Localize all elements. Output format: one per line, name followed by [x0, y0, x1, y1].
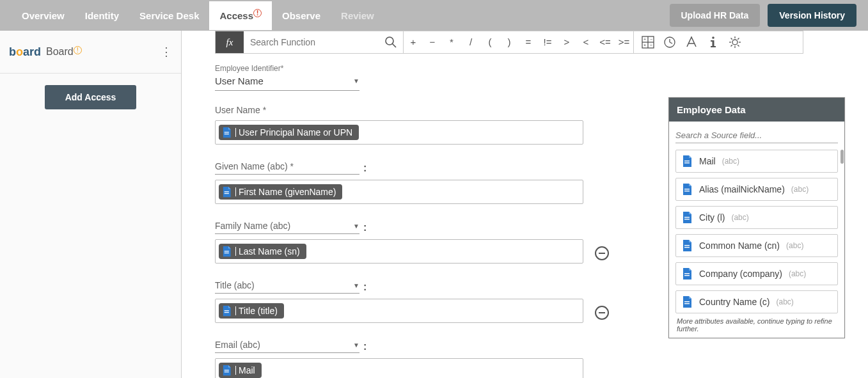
svg-line-24: [731, 38, 732, 40]
version-history-button[interactable]: Version History: [768, 4, 856, 27]
op-eq[interactable]: =: [519, 31, 538, 54]
svg-rect-18: [711, 46, 716, 47]
source-field-type: (abc): [722, 157, 739, 166]
employee-identifier-label: Employee Identifier*: [215, 64, 583, 73]
employee-data-title: Employee Data: [669, 98, 844, 122]
source-field-type: (abc): [786, 241, 803, 250]
field-label-email: Email (abc): [215, 340, 349, 350]
colon: :: [363, 341, 367, 352]
source-field-type: (abc): [789, 269, 806, 278]
svg-text:+: +: [643, 37, 646, 42]
search-icon[interactable]: [378, 31, 404, 53]
source-field-label: Alias (mailNickName): [699, 184, 785, 194]
chevron-down-icon[interactable]: ▼: [353, 223, 359, 230]
source-field-type: (abc): [776, 297, 793, 306]
form-area: Employee Identifier* User Name ▼ User Na…: [215, 54, 583, 378]
scrollbar-thumb[interactable]: [840, 150, 844, 164]
tab-review[interactable]: Review: [331, 1, 384, 30]
search-function-input[interactable]: [244, 31, 378, 53]
operator-group: + − * / ( ) = != > < <= >=: [404, 31, 634, 53]
field-input-email[interactable]: Mail: [215, 358, 583, 378]
op-minus[interactable]: −: [423, 31, 442, 54]
op-lte[interactable]: <=: [596, 31, 615, 54]
svg-rect-17: [711, 40, 714, 42]
source-field-country[interactable]: Country Name (c) (abc): [675, 290, 838, 313]
tab-identity[interactable]: Identity: [75, 1, 129, 30]
field-label-username: User Name *: [215, 105, 583, 115]
alert-icon: !: [253, 9, 262, 17]
op-neq[interactable]: !=: [538, 31, 557, 54]
token-title[interactable]: Title (title): [219, 303, 284, 319]
colon: :: [363, 162, 367, 174]
source-field-city[interactable]: City (l) (abc): [675, 206, 838, 229]
token-username[interactable]: User Principal Name or UPN: [219, 125, 359, 140]
tab-observe[interactable]: Observe: [272, 1, 331, 30]
field-label-familyname: Family Name (abc): [215, 221, 349, 231]
clock-icon[interactable]: [663, 36, 676, 49]
svg-line-26: [731, 45, 732, 46]
employee-data-panel: Employee Data Mail (abc) Alias (mailNick…: [668, 97, 845, 338]
remove-field-button[interactable]: [595, 306, 609, 320]
field-input-familyname[interactable]: Last Name (sn): [215, 239, 583, 264]
token-email[interactable]: Mail: [219, 363, 262, 378]
op-rparen[interactable]: ): [500, 31, 519, 54]
op-plus[interactable]: +: [404, 31, 423, 54]
employee-identifier-value: User Name: [215, 75, 264, 86]
tab-access[interactable]: Access!: [209, 1, 272, 30]
token-email-label: Mail: [239, 365, 255, 375]
op-gt[interactable]: >: [557, 31, 576, 54]
source-field-label: Common Name (cn): [699, 240, 780, 251]
employee-data-search[interactable]: [675, 128, 838, 143]
op-gte[interactable]: >=: [615, 31, 634, 54]
svg-text:×: ×: [643, 43, 646, 47]
source-field-label: Company (company): [699, 269, 782, 279]
info-icon[interactable]: [707, 36, 720, 49]
tab-service-desk[interactable]: Service Desk: [129, 1, 209, 30]
chevron-down-icon[interactable]: ▼: [353, 342, 359, 349]
chevron-down-icon[interactable]: ▼: [353, 282, 359, 289]
token-familyname[interactable]: Last Name (sn): [219, 244, 306, 259]
svg-line-13: [670, 42, 672, 43]
calculator-icon[interactable]: +−×÷: [642, 36, 654, 49]
fx-label: fx: [216, 31, 244, 53]
svg-text:÷: ÷: [650, 43, 652, 47]
field-input-username[interactable]: User Principal Name or UPN: [215, 120, 583, 145]
source-field-mail[interactable]: Mail (abc): [675, 150, 838, 173]
field-input-givenname[interactable]: First Name (givenName): [215, 180, 583, 204]
colon: :: [363, 281, 367, 293]
op-lt[interactable]: <: [576, 31, 596, 54]
remove-field-button[interactable]: [595, 246, 609, 260]
op-lparen[interactable]: (: [480, 31, 500, 54]
source-field-alias[interactable]: Alias (mailNickName) (abc): [675, 178, 838, 201]
token-givenname[interactable]: First Name (givenName): [219, 184, 342, 200]
employee-identifier-select[interactable]: User Name ▼: [215, 73, 359, 91]
employee-data-note: More attributes available, continue typi…: [675, 315, 838, 336]
app-logo: board: [9, 45, 41, 59]
field-input-title[interactable]: Title (title): [215, 299, 583, 323]
svg-point-19: [732, 40, 738, 45]
nav-tabs: Overview Identity Service Desk Access! O…: [12, 1, 384, 30]
op-mult[interactable]: *: [442, 31, 461, 54]
op-div[interactable]: /: [461, 31, 480, 54]
svg-line-25: [738, 45, 739, 46]
source-field-type: (abc): [731, 213, 748, 222]
add-access-button[interactable]: Add Access: [45, 85, 137, 109]
source-field-company[interactable]: Company (company) (abc): [675, 262, 838, 285]
sidebar: board Board! ⋮ Add Access: [0, 31, 182, 378]
function-bar: fx + − * / ( ) = != > < <= >= +−×÷: [215, 31, 803, 54]
kebab-icon[interactable]: ⋮: [161, 45, 172, 59]
upload-hr-button[interactable]: Upload HR Data: [670, 4, 761, 27]
tab-overview[interactable]: Overview: [12, 1, 75, 30]
svg-line-27: [738, 38, 739, 40]
source-field-cn[interactable]: Common Name (cn) (abc): [675, 234, 838, 257]
settings-icon[interactable]: [729, 36, 741, 49]
source-field-label: Country Name (c): [699, 297, 769, 307]
token-givenname-label: First Name (givenName): [239, 187, 336, 197]
top-navbar: Overview Identity Service Desk Access! O…: [0, 0, 868, 31]
field-label-title: Title (abc): [215, 280, 349, 290]
svg-text:−: −: [650, 37, 652, 42]
text-icon[interactable]: [685, 36, 698, 49]
svg-point-15: [712, 36, 714, 39]
tab-access-label: Access: [219, 10, 253, 21]
token-title-label: Title (title): [239, 306, 278, 316]
